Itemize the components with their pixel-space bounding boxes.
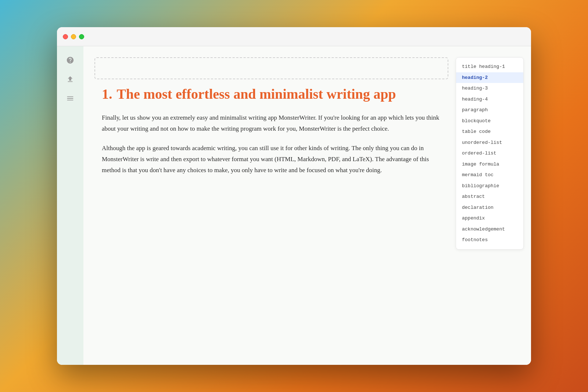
- element-item-title-heading1[interactable]: title heading-1: [456, 61, 523, 72]
- doc-content[interactable]: 1. The most effortless and minimalist wr…: [94, 87, 448, 354]
- list-icon[interactable]: [65, 93, 75, 104]
- element-item-ordered-list[interactable]: ordered-list: [456, 148, 523, 159]
- ghost-block: [94, 57, 448, 79]
- upload-icon[interactable]: [65, 74, 75, 84]
- element-item-appendix[interactable]: appendix: [456, 213, 523, 224]
- element-item-table-code[interactable]: table code: [456, 126, 523, 137]
- element-item-heading-4[interactable]: heading-4: [456, 94, 523, 105]
- element-item-bibliographie[interactable]: bibliographie: [456, 181, 523, 192]
- app-window: 1. The most effortless and minimalist wr…: [57, 27, 531, 365]
- main-content: 1. The most effortless and minimalist wr…: [83, 46, 531, 365]
- close-button[interactable]: [63, 34, 68, 39]
- chapter-heading: 1. The most effortless and minimalist wr…: [102, 87, 441, 102]
- minimize-button[interactable]: [71, 34, 76, 39]
- element-item-paragraph[interactable]: paragraph: [456, 105, 523, 116]
- document-container: 1. The most effortless and minimalist wr…: [94, 57, 448, 354]
- element-item-image-formula[interactable]: image formula: [456, 159, 523, 170]
- element-item-heading-3[interactable]: heading-3: [456, 83, 523, 94]
- traffic-lights: [63, 34, 84, 39]
- titlebar: [57, 27, 531, 46]
- element-item-unordered-list[interactable]: unordered-list: [456, 137, 523, 148]
- help-icon[interactable]: [65, 55, 75, 65]
- editor-area: 1. The most effortless and minimalist wr…: [83, 46, 531, 365]
- element-item-abstract[interactable]: abstract: [456, 191, 523, 202]
- chapter-number: 1.: [102, 87, 112, 102]
- element-item-declaration[interactable]: declaration: [456, 202, 523, 213]
- element-item-acknowledgement[interactable]: acknowledgement: [456, 224, 523, 235]
- sidebar: [57, 46, 83, 365]
- paragraph-1[interactable]: Finally, let us show you an extremely ea…: [102, 112, 441, 134]
- maximize-button[interactable]: [79, 34, 84, 39]
- chapter-title: The most effortless and minimalist writi…: [117, 87, 396, 102]
- window-body: 1. The most effortless and minimalist wr…: [57, 46, 531, 365]
- element-item-blockquote[interactable]: blockquote: [456, 116, 523, 127]
- paragraph-2[interactable]: Although the app is geared towards acade…: [102, 143, 441, 175]
- element-item-mermaid-toc[interactable]: mermaid toc: [456, 170, 523, 181]
- elements-panel: title heading-1heading-2heading-3heading…: [456, 57, 524, 250]
- element-item-heading-2[interactable]: heading-2: [456, 72, 523, 83]
- element-item-footnotes[interactable]: footnotes: [456, 235, 523, 246]
